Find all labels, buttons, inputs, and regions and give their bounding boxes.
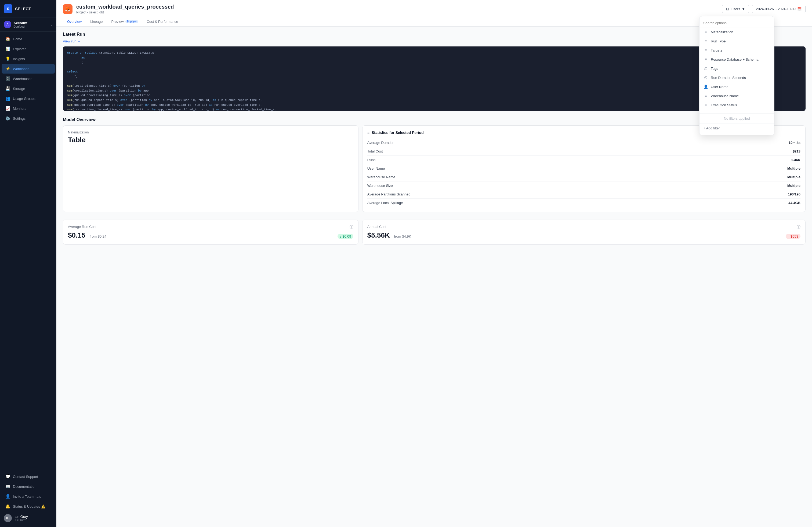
list-icon: ≡ [703,103,708,107]
filter-option-materialization[interactable]: ≡ Materialization [699,27,774,36]
filter-option-run-type[interactable]: ≡ Run Type [699,36,774,46]
filter-option-resource-db-schema[interactable]: ≡ Resource Database + Schema [699,55,774,64]
list-icon: ≡ [703,39,708,43]
search-input[interactable] [703,21,770,25]
list-icon: ≡ [703,57,708,61]
person-icon: 👤 [703,85,708,89]
list-icon: ≡ [703,30,708,34]
list-icon: ≡ [703,48,708,52]
x-icon: ✕ [703,112,708,113]
tag-icon: 🏷 [703,66,708,71]
filter-option-tags[interactable]: 🏷 Tags [699,64,774,73]
no-filters-message: No filters applied [724,117,750,120]
filter-option-warehouse-name[interactable]: ≡ Warehouse Name [699,91,774,100]
dropdown-overlay[interactable] [0,0,812,527]
clock-icon: ⏱ [703,75,708,80]
filters-dropdown: ≡ Materialization ≡ Run Type ≡ Targets ≡… [699,16,774,135]
filter-option-run-duration[interactable]: ⏱ Run Duration Seconds [699,73,774,82]
list-icon: ≡ [703,94,708,98]
dropdown-search-wrapper [699,18,774,27]
filter-option-execution-status[interactable]: ≡ Execution Status [699,100,774,109]
add-filter-button[interactable]: + Add filter [699,123,774,133]
filter-option-user-name[interactable]: 👤 User Name [699,82,774,91]
filter-option-targets[interactable]: ≡ Targets [699,46,774,55]
filter-option-meta-owner[interactable]: ✕ Meta - owner [699,109,774,113]
